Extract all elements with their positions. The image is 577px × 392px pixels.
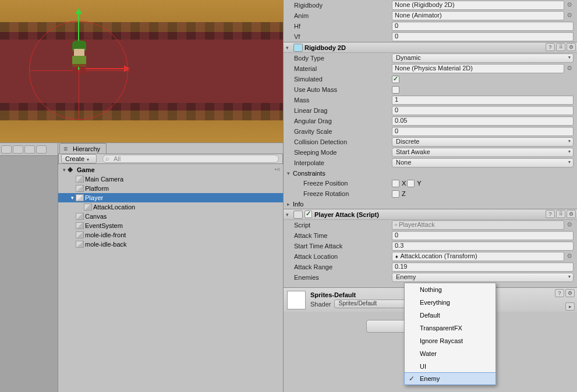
auto-mass-checkbox[interactable] bbox=[392, 86, 399, 94]
hierarchy-item-mole-back[interactable]: mole-idle-back bbox=[58, 240, 283, 249]
label: Attack Time bbox=[294, 232, 392, 239]
help-icon[interactable]: ? bbox=[546, 210, 555, 218]
scene-view[interactable] bbox=[0, 0, 283, 142]
mass-input[interactable]: 1 bbox=[392, 95, 574, 105]
label: Vf bbox=[294, 33, 392, 40]
layer-option-water[interactable]: Water bbox=[405, 347, 495, 360]
gravity-input[interactable]: 0 bbox=[392, 127, 574, 136]
layer-option-ignore-raycast[interactable]: Ignore Raycast bbox=[405, 334, 495, 347]
layer-mask-menu: Nothing Everything Default TransparentFX… bbox=[404, 283, 496, 385]
hierarchy-item-platform[interactable]: Platform bbox=[58, 184, 283, 193]
layer-option-enemy[interactable]: ✓Enemy bbox=[404, 372, 496, 385]
label: Script bbox=[294, 222, 392, 229]
hierarchy-tab[interactable]: Hierarchy bbox=[59, 143, 107, 154]
foldout-icon[interactable]: ▾ bbox=[286, 45, 292, 51]
label: Collision Detection bbox=[294, 138, 392, 145]
label: Attack Location bbox=[294, 253, 392, 260]
hierarchy-item-attack-location[interactable]: AttackLocation bbox=[58, 202, 283, 212]
player-sprite[interactable] bbox=[68, 41, 91, 76]
foldout-icon[interactable]: ▾ bbox=[286, 212, 292, 218]
help-icon[interactable]: ? bbox=[546, 43, 555, 51]
enemies-dropdown[interactable]: Enemy bbox=[392, 273, 574, 282]
body-type-dropdown[interactable]: Dynamic bbox=[392, 54, 574, 63]
attack-time-input[interactable]: 0 bbox=[392, 231, 574, 240]
rigidbody-2d-component: ▾ Rigidbody 2D ?⠿⚙ Body TypeDynamic Mate… bbox=[284, 42, 577, 209]
settings-icon[interactable]: ⚙ bbox=[565, 289, 575, 297]
foldout-icon[interactable]: ▾ bbox=[287, 170, 293, 176]
vf-input[interactable]: 0 bbox=[392, 32, 574, 41]
hf-input[interactable]: 0 bbox=[392, 22, 574, 31]
interpolate-dropdown[interactable]: None bbox=[392, 158, 574, 168]
collision-dropdown[interactable]: Discrete bbox=[392, 137, 574, 147]
attack-location-field[interactable]: ⬧ AttackLocation (Transform) bbox=[392, 252, 564, 261]
hierarchy-item-main-camera[interactable]: Main Camera bbox=[58, 174, 283, 184]
rigidbody-field[interactable]: None (Rigidbody 2D) bbox=[392, 1, 564, 10]
tool-icon[interactable] bbox=[24, 145, 35, 154]
material-field[interactable]: None (Physics Material 2D) bbox=[392, 64, 564, 73]
hierarchy-item-canvas[interactable]: Canvas bbox=[58, 212, 283, 221]
label: Info bbox=[293, 201, 303, 208]
start-time-input[interactable]: 0.3 bbox=[392, 241, 574, 251]
anim-field[interactable]: None (Animator) bbox=[392, 11, 564, 20]
gameobject-icon bbox=[76, 185, 84, 192]
layer-option-nothing[interactable]: Nothing bbox=[405, 283, 495, 296]
scene-options-icon[interactable]: ▪≡ bbox=[275, 166, 281, 172]
label: Freeze Rotation bbox=[303, 190, 392, 197]
label: Sleeping Mode bbox=[294, 149, 392, 156]
label: Shader bbox=[310, 301, 331, 308]
angular-drag-input[interactable]: 0.05 bbox=[392, 116, 574, 126]
rigidbody-icon bbox=[293, 44, 303, 52]
gameobject-icon bbox=[76, 194, 84, 201]
gameobject-icon bbox=[76, 222, 84, 229]
label: Body Type bbox=[294, 55, 392, 62]
linear-drag-input[interactable]: 0 bbox=[392, 106, 574, 115]
label: Rigidbody bbox=[294, 2, 392, 9]
component-title: Rigidbody 2D bbox=[305, 44, 346, 51]
freeze-z-checkbox[interactable] bbox=[392, 190, 399, 198]
script-icon bbox=[293, 211, 303, 219]
collapse-icon[interactable]: ▸ bbox=[565, 302, 575, 311]
freeze-y-checkbox[interactable] bbox=[407, 180, 415, 187]
sleeping-dropdown[interactable]: Start Awake bbox=[392, 148, 574, 157]
label: Enemies bbox=[294, 274, 392, 281]
help-icon[interactable]: ? bbox=[555, 289, 564, 297]
hierarchy-item-event-system[interactable]: EventSystem bbox=[58, 221, 283, 230]
label: Attack Range bbox=[294, 263, 392, 270]
label: Mass bbox=[294, 97, 392, 104]
tool-icon[interactable] bbox=[1, 145, 12, 154]
side-panel bbox=[0, 143, 58, 392]
hierarchy-panel: Hierarchy Create All ▾ Game ▪≡ Main Came… bbox=[58, 143, 283, 392]
label: Linear Drag bbox=[294, 107, 392, 114]
attack-range-input[interactable]: 0.19 bbox=[392, 262, 574, 272]
settings-icon[interactable]: ⚙ bbox=[567, 43, 576, 51]
enable-checkbox[interactable] bbox=[305, 211, 312, 218]
preset-icon[interactable]: ⠿ bbox=[556, 43, 565, 51]
hierarchy-search[interactable]: All bbox=[102, 155, 279, 163]
gameobject-icon bbox=[76, 213, 84, 220]
hierarchy-item-player[interactable]: ▾Player bbox=[58, 193, 283, 202]
script-field[interactable]: ▫ PlayerAttack bbox=[392, 220, 564, 230]
foldout-icon[interactable]: ▾ bbox=[69, 195, 76, 201]
layer-option-default[interactable]: Default bbox=[405, 309, 495, 322]
checkmark-icon: ✓ bbox=[409, 375, 415, 383]
layer-option-transparentfx[interactable]: TransparentFX bbox=[405, 322, 495, 334]
gameobject-icon bbox=[76, 231, 84, 238]
create-button[interactable]: Create bbox=[61, 154, 97, 163]
tool-icon[interactable] bbox=[36, 145, 47, 154]
label: Freeze Position bbox=[303, 180, 392, 187]
layer-option-everything[interactable]: Everything bbox=[405, 296, 495, 309]
simulated-checkbox[interactable] bbox=[392, 76, 399, 83]
scene-root[interactable]: ▾ Game ▪≡ bbox=[58, 165, 283, 174]
foldout-icon[interactable]: ▾ bbox=[61, 167, 68, 173]
label: Material bbox=[294, 65, 392, 72]
tool-icon[interactable] bbox=[13, 145, 23, 154]
label: Anim bbox=[294, 12, 392, 19]
label: Hf bbox=[294, 23, 392, 30]
layer-option-ui[interactable]: UI bbox=[405, 360, 495, 373]
freeze-x-checkbox[interactable] bbox=[392, 180, 399, 187]
player-attack-component: ▾ Player Attack (Script) ?⠿⚙ Script▫ Pla… bbox=[284, 209, 577, 283]
foldout-icon[interactable]: ▸ bbox=[287, 201, 293, 207]
settings-icon[interactable]: ⚙ bbox=[567, 210, 576, 218]
hierarchy-item-mole-front[interactable]: mole-idle-front bbox=[58, 230, 283, 240]
preset-icon[interactable]: ⠿ bbox=[556, 210, 565, 218]
